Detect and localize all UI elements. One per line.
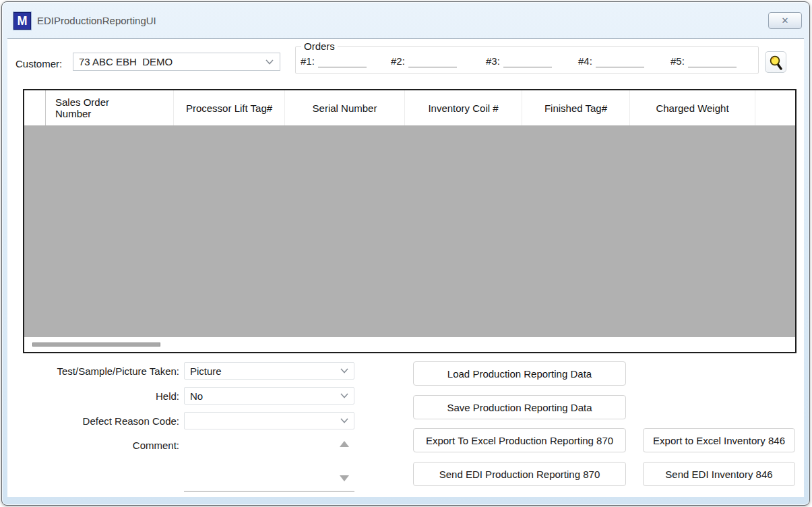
comment-field[interactable] xyxy=(184,436,354,491)
order-4-label: #4: xyxy=(578,55,592,67)
spinner-down-icon[interactable] xyxy=(340,475,349,481)
orders-group: Orders #1: #2: #3: #4: #5 xyxy=(295,46,759,74)
export-excel-870-button[interactable]: Export To Excel Production Reporting 870 xyxy=(413,428,626,452)
grid-header-inventory-coil[interactable]: Inventory Coil # xyxy=(405,90,522,125)
held-value: No xyxy=(185,390,340,402)
held-label: Held: xyxy=(7,390,179,402)
order-3-label: #3: xyxy=(486,55,500,67)
close-icon: ✕ xyxy=(782,16,789,25)
orders-group-label: Orders xyxy=(301,40,338,52)
app-icon: M xyxy=(13,12,31,30)
test-sample-picture-label: Test/Sample/Picture Taken: xyxy=(7,365,179,377)
order-2-label: #2: xyxy=(391,55,405,67)
grid-header-charged-weight[interactable]: Charged Weight xyxy=(630,90,755,125)
data-grid: Sales Order Number Processor Lift Tag# S… xyxy=(23,89,797,353)
grid-header-sales-order-number[interactable]: Sales Order Number xyxy=(46,90,174,125)
customer-label: Customer: xyxy=(15,58,62,69)
search-icon xyxy=(768,54,784,70)
order-2-input[interactable] xyxy=(408,55,457,67)
grid-header-finished-tag[interactable]: Finished Tag# xyxy=(522,90,630,125)
order-1-label: #1: xyxy=(301,55,315,67)
window-title: EDIProductionReportingUI xyxy=(37,15,156,26)
order-field-1: #1: xyxy=(301,55,367,67)
order-5-input[interactable] xyxy=(688,55,737,67)
save-production-reporting-button[interactable]: Save Production Reporting Data xyxy=(413,395,626,419)
defect-reason-code-select[interactable] xyxy=(184,412,354,429)
order-3-input[interactable] xyxy=(503,55,552,67)
customer-select[interactable]: 73 ABC EBH DEMO xyxy=(73,53,280,71)
comment-label: Comment: xyxy=(7,440,179,451)
send-edi-870-button[interactable]: Send EDI Production Reporting 870 xyxy=(413,462,626,486)
chevron-down-icon xyxy=(340,393,348,398)
order-field-2: #2: xyxy=(391,55,457,67)
client-area: Customer: 73 ABC EBH DEMO Orders #1: #2:… xyxy=(7,38,804,497)
order-4-input[interactable] xyxy=(596,55,644,67)
defect-reason-code-label: Defect Reason Code: xyxy=(7,415,179,427)
scrollbar-thumb[interactable] xyxy=(32,342,160,347)
grid-header: Sales Order Number Processor Lift Tag# S… xyxy=(24,90,795,125)
search-button[interactable] xyxy=(765,51,786,73)
grid-header-filler xyxy=(755,90,795,125)
order-field-4: #4: xyxy=(578,55,644,67)
send-edi-846-button[interactable]: Send EDI Inventory 846 xyxy=(643,462,795,486)
grid-header-processor-lift-tag[interactable]: Processor Lift Tag# xyxy=(174,90,285,125)
screen: M EDIProductionReportingUI ✕ Customer: 7… xyxy=(0,0,812,507)
spinner-up-icon[interactable] xyxy=(340,441,349,447)
test-sample-picture-value: Picture xyxy=(185,365,340,377)
chevron-down-icon xyxy=(340,418,348,423)
grid-header-serial-number[interactable]: Serial Number xyxy=(285,90,405,125)
app-icon-letter: M xyxy=(18,14,28,28)
chevron-down-icon xyxy=(266,59,274,65)
order-field-3: #3: xyxy=(486,55,552,67)
order-1-input[interactable] xyxy=(318,55,367,67)
customer-value: 73 ABC EBH DEMO xyxy=(73,56,266,67)
close-button[interactable]: ✕ xyxy=(768,12,802,29)
order-field-5: #5: xyxy=(670,55,737,67)
test-sample-picture-select[interactable]: Picture xyxy=(184,362,354,380)
grid-header-row-selector[interactable] xyxy=(24,90,46,125)
title-bar[interactable]: M EDIProductionReportingUI ✕ xyxy=(2,2,809,38)
order-5-label: #5: xyxy=(670,55,685,67)
load-production-reporting-button[interactable]: Load Production Reporting Data xyxy=(413,361,626,386)
chevron-down-icon xyxy=(340,368,348,374)
app-window: M EDIProductionReportingUI ✕ Customer: 7… xyxy=(1,1,810,506)
horizontal-scrollbar[interactable] xyxy=(24,337,795,352)
export-excel-846-button[interactable]: Export to Excel Inventory 846 xyxy=(643,428,795,452)
held-select[interactable]: No xyxy=(184,387,354,405)
grid-body-empty[interactable] xyxy=(24,125,795,337)
